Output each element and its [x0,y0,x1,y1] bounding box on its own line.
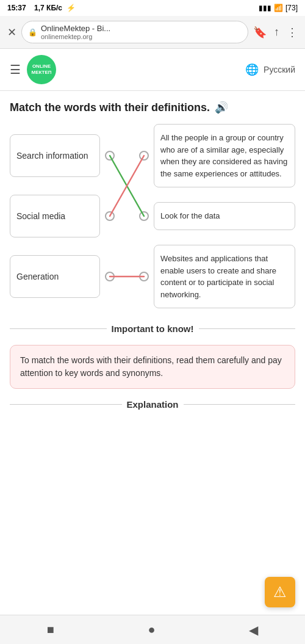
dot-left-3[interactable] [105,272,115,281]
term-generation: Generation [10,255,100,298]
browser-domain: onlinemektep.org [41,33,110,40]
browser-title: OnlineMektep - Bi... [41,24,110,33]
warning-button[interactable]: ⚠ [265,577,295,607]
def-generation: All the people in a group or country who… [154,124,295,187]
share-icon[interactable]: ↑ [274,26,279,39]
explanation-label: Explanation [127,399,179,411]
term-social-media: Social media [10,195,100,237]
match-item-1: Search information All the people in a g… [10,124,295,187]
language-selector[interactable]: Русский [264,65,295,74]
globe-icon[interactable]: 🌐 [245,63,259,76]
dot-left-1[interactable] [105,151,115,161]
nav-home-button[interactable]: ● [135,619,167,640]
browser-actions: 🔖 ↑ ⋮ [253,26,298,39]
dot-right-1[interactable] [139,151,149,161]
menu-icon[interactable]: ⋮ [287,26,298,39]
wifi-icon: 📶 [274,4,283,12]
status-bar: 15:37 1,7 КБ/с ⚡ ▮▮▮ 📶 [73] [0,0,305,16]
explanation-section: Explanation [10,399,295,411]
match-item-3: Generation Websites and applications tha… [10,245,295,308]
divider-left [10,328,107,329]
bottom-nav: ■ ● ◀ [0,615,305,644]
url-area[interactable]: 🔒 OnlineMektep - Bi... onlinemektep.org [21,21,248,43]
bookmark-icon[interactable]: 🔖 [253,26,267,39]
match-item-2: Social media Look for the data [10,195,295,237]
hamburger-menu[interactable]: ☰ [10,62,21,77]
dot-right-3[interactable] [139,272,149,281]
header-right: 🌐 Русский [245,63,295,76]
app-logo: ONLINE МЕКТЕП [27,55,56,84]
explanation-divider-left [10,404,122,405]
divider-right [199,328,296,329]
info-box: To match the words with their definition… [10,345,295,389]
sound-button[interactable]: 🔊 [215,101,228,114]
browser-bar: ✕ 🔒 OnlineMektep - Bi... onlinemektep.or… [0,16,305,49]
main-content: Match the words with their definitions. … [0,91,305,420]
lock-icon: 🔒 [28,28,37,37]
term-search-info: Search information [10,134,100,177]
matching-exercise: Search information All the people in a g… [10,124,295,308]
data-display: 1,7 КБ/с [34,4,62,12]
battery-display: [73] [285,4,298,12]
close-tab-button[interactable]: ✕ [7,26,16,39]
explanation-divider-right [184,404,296,405]
app-header: ☰ ONLINE МЕКТЕП 🌐 Русский [0,49,305,91]
important-section: Important to know! [10,323,295,335]
def-lookfordata: Look for the data [154,202,295,230]
header-left: ☰ ONLINE МЕКТЕП [10,55,56,84]
nav-back-button[interactable]: ◀ [237,619,270,641]
dot-left-2[interactable] [105,211,115,221]
connector-2 [100,211,154,221]
def-websites: Websites and applications that enable us… [154,245,295,308]
match-rows: Search information All the people in a g… [10,124,295,308]
page-title-text: Match the words with their definitions. [10,101,210,114]
status-icons: ▮▮▮ 📶 [73] [259,4,298,12]
status-time-data: 15:37 1,7 КБ/с ⚡ [7,4,76,12]
time-display: 15:37 [7,4,26,12]
dot-right-2[interactable] [139,211,149,221]
nav-square-button[interactable]: ■ [35,619,66,640]
connector-3 [100,272,154,281]
connector-1 [100,151,154,161]
info-box-text: To match the words with their definition… [20,355,282,378]
signal-icon-1: ▮▮▮ [259,4,271,12]
important-label: Important to know! [112,323,194,335]
page-title: Match the words with their definitions. … [10,101,295,114]
